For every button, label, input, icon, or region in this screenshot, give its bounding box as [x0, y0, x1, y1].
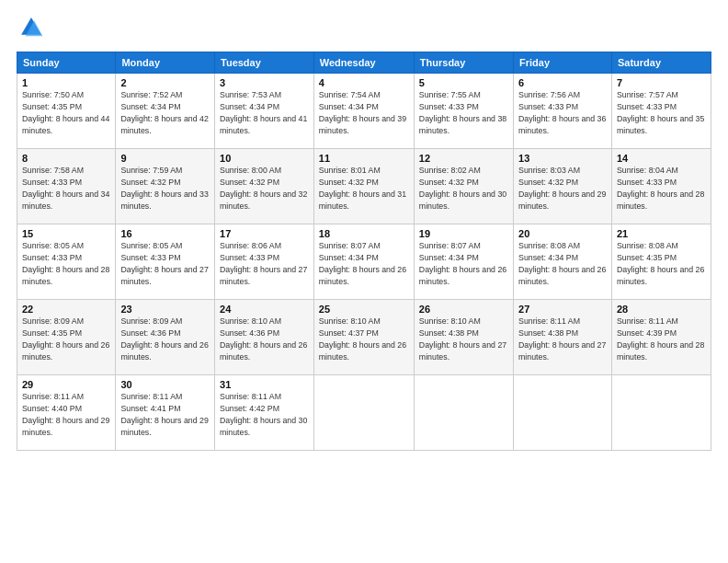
- day-info: Sunrise: 8:08 AMSunset: 4:34 PMDaylight:…: [518, 241, 606, 286]
- weekday-thursday: Thursday: [414, 52, 513, 74]
- calendar-cell: 12 Sunrise: 8:02 AMSunset: 4:32 PMDaylig…: [414, 149, 513, 224]
- calendar-cell: 26 Sunrise: 8:10 AMSunset: 4:38 PMDaylig…: [414, 300, 513, 375]
- day-number: 18: [319, 228, 409, 239]
- day-info: Sunrise: 7:58 AMSunset: 4:33 PMDaylight:…: [22, 166, 109, 211]
- calendar-cell: 15 Sunrise: 8:05 AMSunset: 4:33 PMDaylig…: [17, 224, 116, 300]
- day-number: 29: [22, 379, 110, 390]
- day-number: 23: [120, 304, 210, 315]
- calendar-cell: 29 Sunrise: 8:11 AMSunset: 4:40 PMDaylig…: [17, 375, 116, 451]
- calendar-cell: [313, 375, 414, 451]
- day-number: 16: [120, 228, 210, 239]
- calendar-cell: 28 Sunrise: 8:11 AMSunset: 4:39 PMDaylig…: [611, 300, 711, 375]
- day-info: Sunrise: 8:08 AMSunset: 4:35 PMDaylight:…: [617, 241, 704, 286]
- day-number: 9: [120, 153, 210, 164]
- day-info: Sunrise: 8:11 AMSunset: 4:40 PMDaylight:…: [22, 392, 109, 437]
- day-info: Sunrise: 8:06 AMSunset: 4:33 PMDaylight:…: [220, 241, 307, 286]
- calendar-cell: 9 Sunrise: 7:59 AMSunset: 4:32 PMDayligh…: [116, 149, 215, 224]
- day-info: Sunrise: 8:11 AMSunset: 4:38 PMDaylight:…: [518, 316, 606, 362]
- day-info: Sunrise: 7:57 AMSunset: 4:33 PMDaylight:…: [617, 90, 704, 135]
- day-number: 27: [518, 304, 607, 315]
- calendar-cell: [414, 375, 513, 451]
- calendar-cell: [514, 375, 612, 451]
- day-info: Sunrise: 8:09 AMSunset: 4:36 PMDaylight:…: [120, 316, 208, 362]
- day-info: Sunrise: 8:07 AMSunset: 4:34 PMDaylight:…: [419, 241, 506, 286]
- day-number: 15: [22, 228, 110, 239]
- calendar-cell: 27 Sunrise: 8:11 AMSunset: 4:38 PMDaylig…: [514, 300, 612, 375]
- day-number: 21: [617, 228, 706, 239]
- day-number: 6: [518, 77, 607, 88]
- page: SundayMondayTuesdayWednesdayThursdayFrid…: [0, 0, 728, 563]
- day-number: 22: [22, 304, 110, 315]
- weekday-saturday: Saturday: [611, 52, 711, 74]
- logo-icon: [18, 15, 44, 40]
- day-info: Sunrise: 8:05 AMSunset: 4:33 PMDaylight:…: [120, 241, 208, 286]
- calendar-cell: 3 Sunrise: 7:53 AMSunset: 4:34 PMDayligh…: [215, 74, 314, 149]
- calendar-cell: 20 Sunrise: 8:08 AMSunset: 4:34 PMDaylig…: [514, 224, 612, 300]
- day-number: 13: [518, 153, 607, 164]
- weekday-friday: Friday: [514, 52, 612, 74]
- calendar-week-4: 22 Sunrise: 8:09 AMSunset: 4:35 PMDaylig…: [17, 300, 711, 375]
- day-info: Sunrise: 8:05 AMSunset: 4:33 PMDaylight:…: [22, 241, 109, 286]
- day-info: Sunrise: 7:50 AMSunset: 4:35 PMDaylight:…: [22, 90, 109, 135]
- day-info: Sunrise: 8:01 AMSunset: 4:32 PMDaylight:…: [319, 166, 406, 211]
- weekday-header-row: SundayMondayTuesdayWednesdayThursdayFrid…: [17, 52, 711, 74]
- calendar-cell: 24 Sunrise: 8:10 AMSunset: 4:36 PMDaylig…: [215, 300, 314, 375]
- calendar-cell: 10 Sunrise: 8:00 AMSunset: 4:32 PMDaylig…: [215, 149, 314, 224]
- calendar-cell: 30 Sunrise: 8:11 AMSunset: 4:41 PMDaylig…: [116, 375, 215, 451]
- day-info: Sunrise: 8:07 AMSunset: 4:34 PMDaylight:…: [319, 241, 406, 286]
- calendar-cell: 2 Sunrise: 7:52 AMSunset: 4:34 PMDayligh…: [116, 74, 215, 149]
- day-info: Sunrise: 8:10 AMSunset: 4:37 PMDaylight:…: [319, 316, 406, 362]
- logo: [17, 15, 46, 44]
- day-number: 19: [419, 228, 508, 239]
- day-number: 17: [220, 228, 309, 239]
- calendar-cell: 18 Sunrise: 8:07 AMSunset: 4:34 PMDaylig…: [313, 224, 414, 300]
- weekday-tuesday: Tuesday: [215, 52, 314, 74]
- day-info: Sunrise: 8:11 AMSunset: 4:39 PMDaylight:…: [617, 316, 704, 362]
- day-info: Sunrise: 8:09 AMSunset: 4:35 PMDaylight:…: [22, 316, 109, 362]
- calendar-cell: 16 Sunrise: 8:05 AMSunset: 4:33 PMDaylig…: [116, 224, 215, 300]
- day-number: 12: [419, 153, 508, 164]
- day-info: Sunrise: 8:02 AMSunset: 4:32 PMDaylight:…: [419, 166, 506, 211]
- calendar-cell: 4 Sunrise: 7:54 AMSunset: 4:34 PMDayligh…: [313, 74, 414, 149]
- weekday-monday: Monday: [116, 52, 215, 74]
- calendar-week-3: 15 Sunrise: 8:05 AMSunset: 4:33 PMDaylig…: [17, 224, 711, 300]
- calendar-cell: 8 Sunrise: 7:58 AMSunset: 4:33 PMDayligh…: [17, 149, 116, 224]
- calendar-cell: 6 Sunrise: 7:56 AMSunset: 4:33 PMDayligh…: [514, 74, 612, 149]
- calendar-cell: 17 Sunrise: 8:06 AMSunset: 4:33 PMDaylig…: [215, 224, 314, 300]
- day-info: Sunrise: 8:10 AMSunset: 4:38 PMDaylight:…: [419, 316, 506, 362]
- day-number: 25: [319, 304, 409, 315]
- day-number: 10: [220, 153, 309, 164]
- calendar-cell: 23 Sunrise: 8:09 AMSunset: 4:36 PMDaylig…: [116, 300, 215, 375]
- day-number: 3: [220, 77, 309, 88]
- calendar-cell: 25 Sunrise: 8:10 AMSunset: 4:37 PMDaylig…: [313, 300, 414, 375]
- day-info: Sunrise: 8:00 AMSunset: 4:32 PMDaylight:…: [220, 166, 307, 211]
- day-number: 11: [319, 153, 409, 164]
- day-info: Sunrise: 7:53 AMSunset: 4:34 PMDaylight:…: [220, 90, 307, 135]
- day-number: 30: [120, 379, 210, 390]
- day-info: Sunrise: 7:54 AMSunset: 4:34 PMDaylight:…: [319, 90, 406, 135]
- day-number: 8: [22, 153, 110, 164]
- weekday-wednesday: Wednesday: [313, 52, 414, 74]
- calendar-cell: 7 Sunrise: 7:57 AMSunset: 4:33 PMDayligh…: [611, 74, 711, 149]
- day-number: 5: [419, 77, 508, 88]
- calendar-week-1: 1 Sunrise: 7:50 AMSunset: 4:35 PMDayligh…: [17, 74, 711, 149]
- day-number: 7: [617, 77, 706, 88]
- calendar-cell: 11 Sunrise: 8:01 AMSunset: 4:32 PMDaylig…: [313, 149, 414, 224]
- calendar-cell: 31 Sunrise: 8:11 AMSunset: 4:42 PMDaylig…: [215, 375, 314, 451]
- day-number: 24: [220, 304, 309, 315]
- day-info: Sunrise: 8:03 AMSunset: 4:32 PMDaylight:…: [518, 166, 606, 211]
- calendar-cell: 19 Sunrise: 8:07 AMSunset: 4:34 PMDaylig…: [414, 224, 513, 300]
- day-number: 28: [617, 304, 706, 315]
- calendar-table: SundayMondayTuesdayWednesdayThursdayFrid…: [17, 52, 711, 451]
- weekday-sunday: Sunday: [17, 52, 116, 74]
- calendar-cell: [611, 375, 711, 451]
- day-number: 26: [419, 304, 508, 315]
- day-info: Sunrise: 7:59 AMSunset: 4:32 PMDaylight:…: [120, 166, 208, 211]
- day-number: 1: [22, 77, 110, 88]
- calendar-cell: 14 Sunrise: 8:04 AMSunset: 4:33 PMDaylig…: [611, 149, 711, 224]
- calendar-cell: 22 Sunrise: 8:09 AMSunset: 4:35 PMDaylig…: [17, 300, 116, 375]
- day-number: 2: [120, 77, 210, 88]
- calendar-cell: 5 Sunrise: 7:55 AMSunset: 4:33 PMDayligh…: [414, 74, 513, 149]
- day-number: 31: [220, 379, 309, 390]
- calendar-cell: 21 Sunrise: 8:08 AMSunset: 4:35 PMDaylig…: [611, 224, 711, 300]
